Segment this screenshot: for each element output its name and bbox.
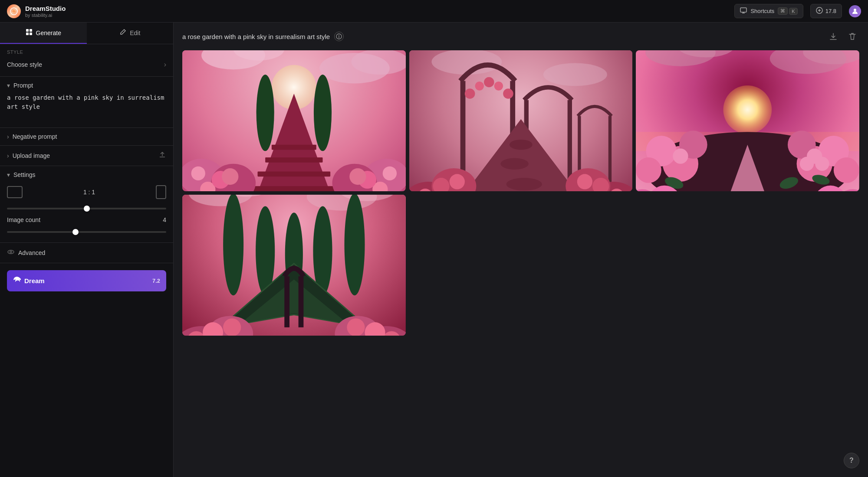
image-item[interactable] bbox=[182, 195, 406, 336]
aspect-ratio-row: 1 : 1 bbox=[7, 185, 166, 199]
svg-point-110 bbox=[223, 195, 243, 295]
svg-rect-18 bbox=[272, 145, 316, 150]
svg-point-114 bbox=[344, 195, 365, 295]
shortcuts-label: Shortcuts bbox=[750, 8, 774, 14]
prompt-section: ▾ Prompt bbox=[0, 77, 173, 128]
content-area: a rose garden with a pink sky in surreal… bbox=[174, 23, 868, 477]
upload-left: › Upload image bbox=[7, 152, 50, 159]
advanced-section: Advanced bbox=[0, 243, 173, 263]
topbar: DreamStudio by stability.ai Shortcuts ⌘ … bbox=[0, 0, 868, 23]
advanced-header[interactable]: Advanced bbox=[7, 248, 166, 258]
dream-label: Dream bbox=[24, 277, 45, 284]
svg-point-51 bbox=[494, 82, 503, 91]
svg-rect-19 bbox=[265, 157, 322, 163]
chevron-down-settings-icon: ▾ bbox=[7, 171, 10, 178]
generated-image-4 bbox=[182, 195, 406, 336]
svg-point-3 bbox=[854, 9, 856, 11]
dream-btn-left: Dream bbox=[13, 276, 45, 285]
svg-rect-117 bbox=[284, 276, 289, 327]
svg-point-29 bbox=[222, 168, 238, 185]
chevron-right-upload-icon: › bbox=[7, 152, 9, 159]
aspect-portrait-icon bbox=[156, 185, 166, 199]
style-placeholder: Choose style bbox=[7, 61, 42, 68]
svg-point-60 bbox=[506, 178, 542, 190]
tab-generate[interactable]: Generate bbox=[0, 23, 87, 44]
svg-rect-21 bbox=[249, 186, 339, 191]
image-item[interactable] bbox=[182, 50, 406, 191]
settings-label: Settings bbox=[13, 171, 36, 178]
svg-rect-6 bbox=[26, 33, 29, 35]
mode-tabs: Generate Edit bbox=[0, 23, 173, 44]
image-count-slider-container bbox=[7, 227, 166, 235]
dream-button[interactable]: Dream 7.2 bbox=[7, 270, 166, 291]
negative-prompt-header[interactable]: › Negative prompt bbox=[7, 133, 166, 140]
svg-rect-4 bbox=[26, 29, 29, 32]
svg-point-35 bbox=[383, 167, 397, 180]
svg-point-48 bbox=[465, 88, 475, 99]
app-title-group: DreamStudio by stability.ai bbox=[25, 5, 66, 18]
svg-point-123 bbox=[223, 318, 241, 336]
prompt-input[interactable] bbox=[7, 93, 166, 121]
credits-icon bbox=[816, 7, 823, 15]
app-brand: DreamStudio by stability.ai bbox=[7, 4, 66, 18]
svg-point-38 bbox=[314, 75, 332, 151]
monitor-icon bbox=[740, 7, 747, 15]
image-count-value: 4 bbox=[163, 216, 166, 223]
advanced-label: Advanced bbox=[18, 249, 45, 256]
download-button[interactable] bbox=[826, 29, 840, 43]
settings-header[interactable]: ▾ Settings bbox=[7, 171, 166, 178]
upload-label: Upload image bbox=[13, 152, 50, 159]
prompt-header[interactable]: ▾ Prompt bbox=[7, 82, 166, 89]
svg-point-85 bbox=[834, 157, 859, 183]
user-avatar[interactable] bbox=[849, 5, 861, 17]
svg-point-49 bbox=[475, 82, 484, 91]
info-icon[interactable] bbox=[334, 32, 344, 41]
topbar-actions: Shortcuts ⌘ K 17.8 bbox=[734, 4, 861, 18]
image-count-slider[interactable] bbox=[7, 231, 166, 233]
grid-icon bbox=[26, 29, 33, 37]
delete-button[interactable] bbox=[845, 29, 859, 43]
style-selector[interactable]: Choose style › bbox=[7, 58, 166, 71]
upload-image-section[interactable]: › Upload image bbox=[0, 146, 173, 166]
svg-rect-5 bbox=[30, 29, 32, 32]
shortcuts-button[interactable]: Shortcuts ⌘ K bbox=[734, 4, 803, 18]
tab-edit[interactable]: Edit bbox=[87, 23, 174, 44]
svg-rect-7 bbox=[30, 33, 32, 35]
help-button[interactable]: ? bbox=[844, 453, 859, 468]
svg-point-130 bbox=[347, 318, 365, 336]
generated-image-1 bbox=[182, 50, 406, 191]
eye-icon bbox=[7, 248, 15, 258]
sidebar: Generate Edit Style Choose style › bbox=[0, 23, 174, 477]
svg-point-36 bbox=[349, 168, 366, 185]
style-label: Style bbox=[7, 49, 166, 55]
upload-icon bbox=[158, 151, 166, 160]
image-count-row: Image count 4 bbox=[7, 216, 166, 223]
svg-rect-20 bbox=[258, 171, 331, 176]
svg-point-28 bbox=[191, 167, 205, 180]
svg-point-37 bbox=[256, 75, 274, 151]
content-header: a rose garden with a pink sky in surreal… bbox=[174, 23, 868, 50]
main-layout: Generate Edit Style Choose style › bbox=[0, 23, 868, 477]
chevron-down-icon: ▾ bbox=[7, 82, 10, 89]
prompt-display: a rose garden with a pink sky in surreal… bbox=[182, 32, 344, 41]
svg-rect-118 bbox=[299, 276, 304, 327]
tab-edit-label: Edit bbox=[130, 29, 140, 36]
image-item[interactable] bbox=[409, 50, 633, 191]
image-grid bbox=[174, 50, 868, 477]
svg-point-88 bbox=[800, 157, 814, 171]
svg-point-58 bbox=[510, 140, 533, 150]
svg-point-45 bbox=[543, 63, 607, 86]
svg-point-9 bbox=[10, 251, 12, 253]
generated-image-2 bbox=[409, 50, 633, 191]
svg-point-66 bbox=[449, 174, 464, 189]
aspect-ratio-slider[interactable] bbox=[7, 208, 166, 209]
negative-prompt-label: Negative prompt bbox=[13, 133, 57, 140]
aspect-slider-container bbox=[7, 203, 166, 211]
image-item[interactable] bbox=[636, 50, 859, 191]
aspect-landscape-icon bbox=[7, 186, 23, 198]
svg-point-52 bbox=[503, 88, 513, 99]
svg-point-71 bbox=[577, 174, 592, 189]
svg-point-92 bbox=[636, 157, 661, 183]
edit-icon bbox=[119, 29, 126, 37]
help-label: ? bbox=[849, 457, 854, 464]
